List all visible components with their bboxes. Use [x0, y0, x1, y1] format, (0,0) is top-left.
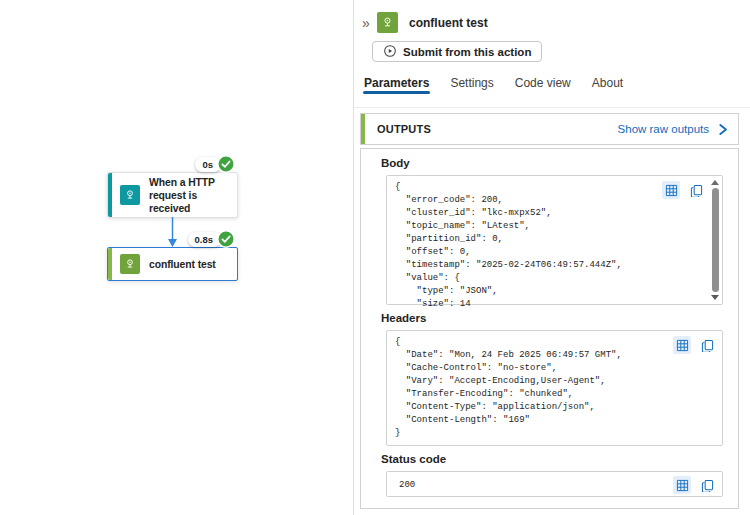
table-view-icon[interactable]	[673, 336, 691, 354]
outputs-card: Body { "error_code": 200, "cluster_id": …	[360, 148, 739, 509]
flow-canvas: When a HTTP request is received 0s confl…	[0, 0, 353, 515]
action-run-badge: 0.8s	[188, 230, 236, 248]
action-accent-bar	[108, 248, 112, 280]
tab-settings[interactable]: Settings	[449, 76, 494, 98]
trigger-run-badge: 0s	[195, 155, 235, 173]
action-node-label: confluent test	[149, 258, 237, 271]
kafka-connector-icon	[377, 12, 398, 33]
table-view-icon[interactable]	[662, 181, 680, 199]
outputs-accent-bar	[361, 114, 365, 144]
panel-title: confluent test	[409, 16, 488, 30]
status-code-label: Status code	[381, 453, 723, 466]
node-confluent-test[interactable]: confluent test 0.8s	[107, 247, 238, 281]
body-output-box: { "error_code": 200, "cluster_id": "lkc-…	[386, 175, 723, 305]
connector-arrow-icon	[165, 217, 180, 248]
copy-icon[interactable]	[698, 336, 716, 354]
outputs-section-header: OUTPUTS Show raw outputs	[360, 113, 739, 145]
submit-from-action-button[interactable]: Submit from this action	[372, 41, 542, 62]
scroll-up-icon[interactable]	[711, 180, 719, 185]
headers-output-box: { "Date": "Mon, 24 Feb 2025 06:49:57 GMT…	[386, 330, 723, 446]
resubmit-icon	[383, 44, 397, 60]
kafka-connector-icon	[120, 254, 140, 274]
body-scrollbar	[709, 177, 721, 303]
action-duration: 0.8s	[188, 232, 222, 247]
tabs-divider	[354, 107, 750, 108]
action-details-panel: » confluent test Submit from this action…	[353, 0, 750, 515]
success-check-icon	[217, 230, 235, 248]
copy-icon[interactable]	[687, 181, 705, 199]
node-http-request-trigger[interactable]: When a HTTP request is received 0s	[107, 172, 238, 218]
scroll-down-icon[interactable]	[711, 295, 719, 300]
panel-header: » confluent test	[359, 12, 742, 33]
copy-icon[interactable]	[698, 476, 716, 494]
http-request-trigger-icon	[120, 185, 140, 205]
tab-parameters[interactable]: Parameters	[363, 76, 430, 98]
chevron-right-icon	[716, 123, 729, 136]
trigger-accent-bar	[108, 173, 112, 217]
headers-json-value: { "Date": "Mon, 24 Feb 2025 06:49:57 GMT…	[387, 331, 722, 445]
trigger-node-label: When a HTTP request is received	[149, 176, 237, 215]
body-label: Body	[381, 157, 723, 170]
tab-code-view[interactable]: Code view	[514, 76, 572, 98]
success-check-icon	[217, 155, 235, 173]
scrollbar-thumb[interactable]	[712, 188, 719, 292]
status-code-box: 200	[386, 471, 723, 497]
tab-about[interactable]: About	[591, 76, 624, 98]
outputs-title: OUTPUTS	[377, 123, 431, 135]
show-raw-outputs-label: Show raw outputs	[618, 123, 709, 135]
tab-bar: Parameters Settings Code view About	[363, 76, 750, 98]
show-raw-outputs-link[interactable]: Show raw outputs	[618, 123, 738, 136]
status-code-value: 200	[387, 472, 722, 497]
collapse-panel-icon[interactable]: »	[359, 16, 373, 30]
submit-button-label: Submit from this action	[403, 46, 531, 58]
table-view-icon[interactable]	[673, 476, 691, 494]
